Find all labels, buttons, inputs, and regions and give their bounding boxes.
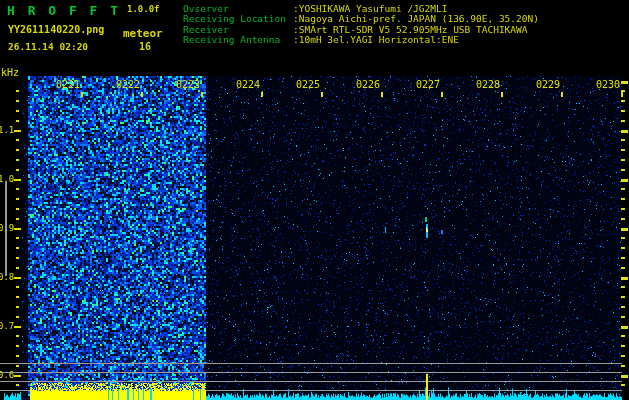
- time-tick-label: 0230: [591, 79, 620, 90]
- frequency-tick-label: 0.8: [0, 272, 13, 282]
- info-row-value: :SMArt RTL-SDR V5 52.905MHz USB TACHIKAW…: [293, 24, 528, 35]
- info-row-value: :10mH 3el.YAGI Horizontal:ENE: [293, 34, 459, 45]
- observation-timestamp: 26.11.14 02:20: [8, 41, 88, 52]
- hrofft-app-window: H R O F F T 1.0.0f YY2611140220.png mete…: [0, 0, 629, 400]
- time-tick-label: 0227: [411, 79, 440, 90]
- time-tick-label: 0221: [51, 79, 80, 90]
- output-filename-label: YY2611140220.png: [8, 24, 104, 35]
- info-row-label: Receiving Antenna: [183, 35, 293, 45]
- station-info-panel: Ovserver:YOSHIKAWA Yasufumi /JG2MLIRecei…: [183, 4, 539, 46]
- time-tick-label: 0225: [291, 79, 320, 90]
- app-title: H R O F F T: [7, 3, 121, 18]
- y-axis-unit-label: kHz: [1, 67, 19, 78]
- echo-count-value: 16: [139, 41, 151, 52]
- frequency-tick-label: 0.7: [0, 321, 13, 331]
- time-tick-label: 0228: [471, 79, 500, 90]
- time-tick-label: 0229: [531, 79, 560, 90]
- time-tick-label: 0223: [171, 79, 200, 90]
- frequency-tick-label: 1.0: [0, 174, 13, 184]
- info-row-value: :Nagoya Aichi-pref. JAPAN (136.90E, 35.2…: [293, 13, 539, 24]
- time-tick-label: 0226: [351, 79, 380, 90]
- observation-mode-label: meteor: [123, 27, 163, 40]
- frequency-tick-label: 0.9: [0, 223, 13, 233]
- time-tick-label: 0222: [111, 79, 140, 90]
- time-tick-label: 0224: [231, 79, 260, 90]
- spectrogram-canvas: [0, 0, 629, 400]
- frequency-tick-label: 0.6: [0, 370, 13, 380]
- frequency-tick-label: 1.1: [0, 125, 13, 135]
- info-row-value: :YOSHIKAWA Yasufumi /JG2MLI: [293, 3, 447, 14]
- info-row: Receiving Antenna:10mH 3el.YAGI Horizont…: [183, 35, 539, 45]
- app-version-label: 1.0.0f: [127, 4, 160, 14]
